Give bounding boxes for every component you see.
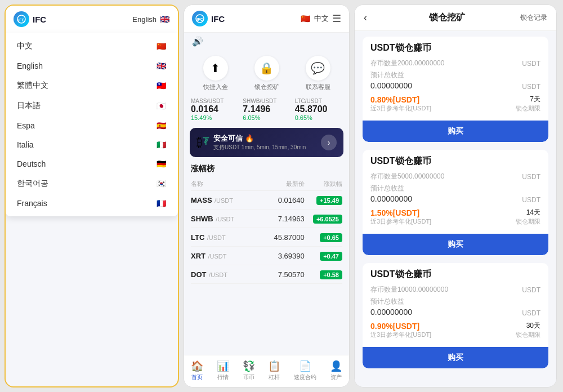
center-logo-icon: IFC bbox=[192, 11, 208, 26]
mining-card-1-deposit-label: 存币数量2000.00000000 bbox=[370, 59, 444, 68]
mining-card-2-title: USDT锁仓赚币 bbox=[370, 155, 540, 167]
center-price-shwb: SHWB/USDT 7.1496 6.05% bbox=[243, 98, 290, 121]
nav-markets[interactable]: 📊 行情 bbox=[212, 359, 234, 382]
ltc-value: 45.8700 bbox=[295, 104, 342, 114]
center-banner-icons: ₿ ₮ bbox=[196, 135, 209, 150]
right-content: USDT锁仓赚币 存币数量2000.00000000 USDT 预计总收益 0.… bbox=[355, 31, 556, 387]
mining-card-2-earnings-currency: USDT bbox=[522, 196, 540, 204]
center-row-ltc[interactable]: LTC /USDT 45.87000 +0.65 bbox=[191, 228, 342, 247]
svg-text:IFC: IFC bbox=[196, 17, 203, 21]
left-header: IFC IFC English 🇬🇧 bbox=[6, 6, 178, 33]
lang-item-es[interactable]: Espa🇪🇸 bbox=[6, 116, 178, 135]
nav-home[interactable]: 🏠 首页 bbox=[186, 359, 208, 382]
speaker-icon: 🔊 bbox=[192, 37, 203, 46]
center-banner-title: 安全可信 🔥 bbox=[213, 133, 316, 144]
mining-card-2-earnings-value: 0.00000000 bbox=[370, 194, 412, 203]
center-header-right: 🇨🇳 中文 ☰ bbox=[300, 12, 341, 25]
center-action-deposit[interactable]: ⬆ 快捷入金 bbox=[203, 56, 228, 91]
left-lang-selector[interactable]: English 🇬🇧 bbox=[132, 15, 170, 24]
mining-label: 锁仓挖矿 bbox=[254, 83, 279, 91]
left-flag-icon: 🇬🇧 bbox=[159, 15, 170, 23]
lang-item-kr[interactable]: 한국어공🇰🇷 bbox=[6, 173, 178, 194]
mining-card-3: USDT锁仓赚币 存币数量10000.00000000 USDT 预计总收益 0… bbox=[363, 263, 548, 368]
center-banner-arrow[interactable]: › bbox=[321, 135, 337, 150]
center-row-xrt[interactable]: XRT /USDT 3.69390 +0.47 bbox=[191, 247, 342, 265]
lever-icon: 📋 bbox=[268, 360, 280, 372]
coin-label: 币币 bbox=[243, 373, 254, 381]
nav-lever[interactable]: 📋 杠杆 bbox=[263, 359, 285, 382]
nav-assets[interactable]: 👤 资产 bbox=[325, 359, 347, 382]
hamburger-icon[interactable]: ☰ bbox=[332, 12, 341, 25]
mining-card-3-deposit-currency: USDT bbox=[522, 286, 540, 294]
center-logo-text: IFC bbox=[211, 14, 225, 24]
mining-card-3-days: 30天 bbox=[516, 321, 540, 331]
lang-item-zh[interactable]: 中文🇨🇳 bbox=[6, 36, 178, 56]
center-action-mining[interactable]: 🔒 锁仓挖矿 bbox=[254, 56, 279, 91]
ltc-pair: LTC/USDT bbox=[295, 98, 342, 104]
left-panel: IFC IFC English 🇬🇧 中文🇨🇳 English🇬🇧 繁體中文🇹🇼… bbox=[5, 5, 179, 387]
center-bottom-nav: 🏠 首页 📊 行情 💱 币币 📋 杠杆 📄 速度合约 👤 资产 bbox=[184, 355, 349, 387]
center-action-support[interactable]: 💬 联系客服 bbox=[306, 56, 330, 91]
mining-card-3-deposit-label: 存币数量10000.00000000 bbox=[370, 285, 448, 295]
lang-item-tw[interactable]: 繁體中文🇹🇼 bbox=[6, 75, 178, 96]
mining-card-3-earnings-row: 0.00000000 USDT bbox=[370, 308, 540, 319]
mining-card-2-header: USDT锁仓赚币 存币数量5000.00000000 USDT 预计总收益 0.… bbox=[363, 150, 548, 234]
nav-contract[interactable]: 📄 速度合约 bbox=[289, 359, 321, 382]
nav-coin[interactable]: 💱 币币 bbox=[238, 359, 260, 382]
mining-card-2-deposit-label: 存币数量5000.00000000 bbox=[370, 172, 444, 181]
mining-card-2-days: 14天 bbox=[516, 208, 540, 217]
center-row-mass[interactable]: MASS /USDT 0.01640 +15.49 bbox=[191, 191, 342, 210]
shwb-value: 7.1496 bbox=[243, 104, 290, 114]
lang-item-jp[interactable]: 日本語🇯🇵 bbox=[6, 96, 178, 116]
back-button[interactable]: ‹ bbox=[364, 12, 367, 24]
ltc-change: 0.65% bbox=[295, 114, 342, 121]
lang-item-fr[interactable]: Français🇫🇷 bbox=[6, 194, 178, 213]
mining-card-3-rate-sub: 近3日参考年化[USDT] bbox=[370, 331, 431, 339]
assets-label: 资产 bbox=[330, 373, 342, 381]
support-label: 联系客服 bbox=[306, 83, 330, 91]
mining-card-3-rate: 0.90%[USDT] bbox=[370, 322, 431, 331]
mining-card-2-rate: 1.50%[USDT] bbox=[370, 208, 431, 217]
deposit-label: 快捷入金 bbox=[203, 83, 228, 91]
svg-text:IFC: IFC bbox=[18, 18, 24, 22]
lever-label: 杠杆 bbox=[269, 373, 280, 381]
left-lang-label: English bbox=[132, 15, 157, 24]
assets-icon: 👤 bbox=[330, 360, 342, 372]
mining-card-1-rate-row: 0.80%[USDT] 近3日参考年化[USDT] 7天 锁仓期限 bbox=[370, 95, 540, 113]
contract-label: 速度合约 bbox=[294, 373, 316, 381]
support-icon: 💬 bbox=[306, 56, 330, 81]
mass-pair: MASS/USDT bbox=[191, 98, 238, 104]
mining-card-2-earnings-label: 预计总收益 bbox=[370, 184, 540, 193]
header-change: 涨跌幅 bbox=[305, 180, 342, 188]
center-flag-icon: 🇨🇳 bbox=[300, 15, 311, 23]
records-link[interactable]: 锁仓记录 bbox=[520, 13, 547, 23]
center-quick-actions: ⬆ 快捷入金 🔒 锁仓挖矿 💬 联系客服 bbox=[184, 50, 349, 95]
center-row-dot[interactable]: DOT /USDT 7.50570 +0.58 bbox=[191, 265, 342, 284]
mining-card-3-buy-button[interactable]: 购买 bbox=[363, 347, 548, 368]
mining-card-1-earnings-currency: USDT bbox=[522, 83, 540, 91]
shwb-change: 6.05% bbox=[243, 114, 290, 121]
mining-card-2-earnings-row: 0.00000000 USDT bbox=[370, 194, 540, 206]
center-row-shwb[interactable]: SHWB /USDT 7.14963 +6.0525 bbox=[191, 210, 342, 228]
lang-item-de[interactable]: Deutsch🇩🇪 bbox=[6, 154, 178, 173]
markets-label: 行情 bbox=[217, 373, 229, 381]
language-dropdown: 中文🇨🇳 English🇬🇧 繁體中文🇹🇼 日本語🇯🇵 Espa🇪🇸 Itali… bbox=[6, 33, 178, 216]
mining-card-3-days-label: 锁仓期限 bbox=[516, 331, 540, 339]
mining-card-3-title: USDT锁仓赚币 bbox=[370, 269, 540, 280]
center-speaker-row: 🔊 bbox=[184, 33, 349, 50]
center-logo-area: IFC IFC bbox=[192, 11, 225, 26]
mining-card-1-earnings-value: 0.00000000 bbox=[370, 81, 412, 90]
right-title: 锁仓挖矿 bbox=[374, 12, 520, 24]
center-header: IFC IFC 🇨🇳 中文 ☰ bbox=[184, 5, 349, 33]
center-price-cards: MASS/USDT 0.0164 15.49% SHWB/USDT 7.1496… bbox=[184, 95, 349, 124]
lang-item-en[interactable]: English🇬🇧 bbox=[6, 56, 178, 75]
home-label: 首页 bbox=[191, 373, 203, 381]
left-logo-area: IFC IFC bbox=[14, 11, 46, 27]
center-price-ltc: LTC/USDT 45.8700 0.65% bbox=[295, 98, 342, 121]
mining-card-1-header: USDT锁仓赚币 存币数量2000.00000000 USDT 预计总收益 0.… bbox=[363, 37, 548, 121]
lang-item-it[interactable]: Italia🇮🇹 bbox=[6, 135, 178, 154]
mining-card-2-buy-button[interactable]: 购买 bbox=[363, 234, 548, 255]
mining-card-1-rate-sub: 近3日参考年化[USDT] bbox=[370, 104, 431, 113]
mining-card-2-rate-row: 1.50%[USDT] 近3日参考年化[USDT] 14天 锁仓期限 bbox=[370, 208, 540, 226]
mining-card-1-buy-button[interactable]: 购买 bbox=[363, 121, 548, 142]
